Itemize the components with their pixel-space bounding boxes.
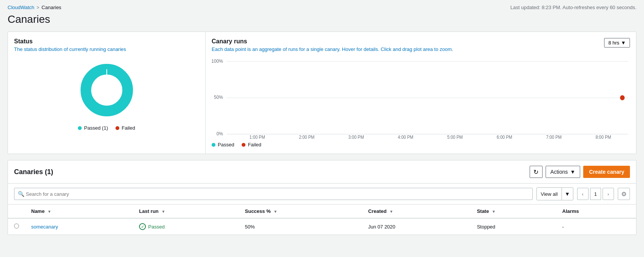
chart-svg: 100% 50% 0% 1:00 PM 2:00 PM 3:00 PM 4:00… xyxy=(212,55,630,139)
next-page-button[interactable]: › xyxy=(603,188,614,200)
status-panel-title: Status xyxy=(14,38,199,45)
chart-passed-label: Passed xyxy=(218,142,234,148)
breadcrumb: CloudWatch > Canaries xyxy=(8,5,61,10)
svg-point-16 xyxy=(620,95,625,100)
svg-text:0%: 0% xyxy=(217,131,223,137)
passed-checkmark-icon: ✓ xyxy=(139,223,146,230)
svg-text:2:00 PM: 2:00 PM xyxy=(299,135,315,139)
svg-text:5:00 PM: 5:00 PM xyxy=(447,135,463,139)
success-sort-icon: ▼ xyxy=(274,209,277,214)
th-alarms: Alarms xyxy=(556,205,636,218)
search-filter-row: 🔍 View all ▼ ‹ 1 › ⚙ xyxy=(8,184,636,205)
chart-failed-label: Failed xyxy=(248,142,261,148)
prev-page-button[interactable]: ‹ xyxy=(577,188,589,200)
donut-container: Passed (1) Failed xyxy=(14,57,199,134)
canary-runs-title: Canary runs xyxy=(212,38,630,45)
view-all-arrow[interactable]: ▼ xyxy=(562,188,573,200)
top-panels: Status The status distribution of curren… xyxy=(8,32,636,154)
search-input[interactable] xyxy=(14,188,533,200)
state-sort-icon: ▼ xyxy=(492,209,496,214)
th-name[interactable]: Name ▼ xyxy=(25,205,133,218)
table-row: somecanary ✓ Passed 50% Jun 07 2020 Stop… xyxy=(8,218,636,235)
passed-legend-label: Passed (1) xyxy=(84,125,108,131)
last-run-value: Passed xyxy=(148,224,165,230)
failed-legend-label: Failed xyxy=(122,125,135,131)
chart-area: 100% 50% 0% 1:00 PM 2:00 PM 3:00 PM 4:00… xyxy=(212,55,630,139)
chart-legend-failed: Failed xyxy=(242,142,261,148)
row-name: somecanary xyxy=(25,218,133,235)
th-state[interactable]: State ▼ xyxy=(471,205,556,218)
svg-text:100%: 100% xyxy=(212,58,223,64)
search-box: 🔍 xyxy=(14,188,533,200)
th-checkbox xyxy=(8,205,25,218)
time-selector[interactable]: 8 hrs ▼ xyxy=(604,38,630,48)
refresh-icon: ↻ xyxy=(533,168,538,176)
table-title: Canaries (1) xyxy=(14,168,53,176)
page-title: Canaries xyxy=(8,13,636,25)
row-checkbox-cell xyxy=(8,218,25,235)
canary-runs-panel: 8 hrs ▼ Canary runs Each data point is a… xyxy=(206,32,636,154)
refresh-button[interactable]: ↻ xyxy=(530,166,543,178)
th-last-run[interactable]: Last run ▼ xyxy=(133,205,239,218)
row-radio[interactable] xyxy=(14,224,19,228)
svg-text:7:00 PM: 7:00 PM xyxy=(546,135,562,139)
passed-dot xyxy=(78,126,82,130)
row-success-pct: 50% xyxy=(239,218,362,235)
svg-text:1:00 PM: 1:00 PM xyxy=(250,135,265,139)
chart-legend: Passed Failed xyxy=(212,142,630,148)
create-canary-button[interactable]: Create canary xyxy=(583,166,630,178)
th-created[interactable]: Created ▼ xyxy=(362,205,471,218)
breadcrumb-separator: > xyxy=(36,5,39,10)
name-sort-icon: ▼ xyxy=(47,209,51,214)
actions-button[interactable]: Actions ▼ xyxy=(546,166,581,178)
donut-chart xyxy=(76,60,137,121)
view-all-dropdown[interactable]: View all ▼ xyxy=(536,187,573,200)
view-all-text: View all xyxy=(537,188,562,200)
svg-text:8:00 PM: 8:00 PM xyxy=(595,135,611,139)
table-header: Canaries (1) ↻ Actions ▼ Create canary xyxy=(8,160,636,184)
table-actions: ↻ Actions ▼ Create canary xyxy=(530,166,630,178)
chart-passed-dot xyxy=(212,143,215,147)
settings-icon: ⚙ xyxy=(621,190,627,198)
svg-text:50%: 50% xyxy=(214,95,223,100)
legend-passed: Passed (1) xyxy=(78,125,108,131)
svg-text:6:00 PM: 6:00 PM xyxy=(497,135,512,139)
status-panel-subtitle: The status distribution of currently run… xyxy=(14,46,199,52)
failed-dot xyxy=(116,126,119,130)
status-panel: Status The status distribution of curren… xyxy=(8,32,206,154)
canary-name-link[interactable]: somecanary xyxy=(31,224,58,230)
table-panel: Canaries (1) ↻ Actions ▼ Create canary 🔍… xyxy=(8,160,636,235)
breadcrumb-parent[interactable]: CloudWatch xyxy=(8,5,34,10)
chart-description: Each data point is an aggregate of runs … xyxy=(212,46,630,52)
pagination-controls: ‹ 1 › xyxy=(577,188,614,200)
page-number: 1 xyxy=(590,188,601,200)
time-selector-button[interactable]: 8 hrs ▼ xyxy=(604,38,630,48)
status-passed: ✓ Passed xyxy=(139,223,233,230)
chevron-down-icon: ▼ xyxy=(621,40,626,46)
row-alarms: - xyxy=(556,218,636,235)
search-icon: 🔍 xyxy=(18,191,24,197)
breadcrumb-bar: CloudWatch > Canaries Last updated: 8:23… xyxy=(8,5,636,10)
th-success-pct[interactable]: Success % ▼ xyxy=(239,205,362,218)
canaries-table: Name ▼ Last run ▼ Success % ▼ Created ▼ … xyxy=(8,205,636,235)
actions-chevron-icon: ▼ xyxy=(570,169,576,175)
svg-text:4:00 PM: 4:00 PM xyxy=(398,135,413,139)
chart-failed-dot xyxy=(242,143,245,147)
table-header-row: Name ▼ Last run ▼ Success % ▼ Created ▼ … xyxy=(8,205,636,218)
row-last-run: ✓ Passed xyxy=(133,218,239,235)
row-created: Jun 07 2020 xyxy=(362,218,471,235)
donut-legend: Passed (1) Failed xyxy=(78,125,135,131)
table-settings-button[interactable]: ⚙ xyxy=(618,188,630,200)
last-run-sort-icon: ▼ xyxy=(161,209,165,214)
chart-legend-passed: Passed xyxy=(212,142,234,148)
last-updated-text: Last updated: 8:23 PM. Auto-refreshes ev… xyxy=(510,5,636,10)
breadcrumb-current: Canaries xyxy=(41,5,61,10)
created-sort-icon: ▼ xyxy=(389,209,393,214)
svg-text:3:00 PM: 3:00 PM xyxy=(348,135,364,139)
legend-failed: Failed xyxy=(116,125,135,131)
row-state: Stopped xyxy=(471,218,556,235)
